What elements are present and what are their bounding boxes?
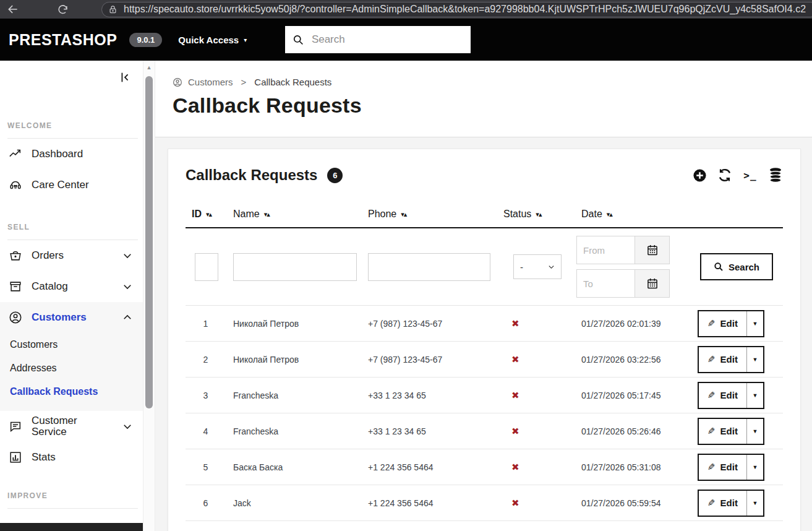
status-cross-icon: ✖ — [511, 354, 519, 365]
refresh-icon — [717, 168, 732, 183]
edit-label: Edit — [720, 498, 738, 508]
database-button[interactable] — [768, 168, 783, 183]
sort-carets-icon: ▾▴ — [536, 210, 541, 218]
table-filter-row: - — [186, 228, 783, 306]
browser-refresh-icon[interactable] — [56, 2, 69, 16]
edit-button[interactable]: ✎ Edit — [699, 383, 746, 408]
sidebar-item-catalog[interactable]: Catalog — [0, 271, 143, 302]
edit-button-group: ✎ Edit ▼ — [698, 418, 764, 445]
date-from-calendar-button[interactable] — [635, 236, 670, 264]
table-row: 3Francheska+33 1 23 34 65✖01/27/2026 05:… — [186, 378, 783, 413]
sidebar-item-dashboard[interactable]: Dashboard — [0, 139, 143, 170]
sort-carets-icon: ▾▴ — [401, 210, 406, 218]
customers-icon — [9, 311, 22, 324]
status-cross-icon: ✖ — [511, 390, 519, 400]
edit-button[interactable]: ✎ Edit — [699, 455, 746, 480]
column-label: Date — [581, 209, 602, 220]
prestashop-logo[interactable]: PRESTASHOP — [9, 31, 117, 49]
filter-date-from-input[interactable] — [576, 236, 635, 264]
column-header-date[interactable]: Date▾▴ — [574, 209, 690, 220]
sidebar-subitem-addresses[interactable]: Addresses — [0, 356, 143, 380]
sidebar-subitem-callback-requests[interactable]: Callback Requests — [0, 380, 143, 404]
panel-title: Callback Requests — [186, 166, 317, 184]
edit-button[interactable]: ✎ Edit — [699, 311, 746, 336]
pencil-icon: ✎ — [707, 462, 716, 473]
sidebar-subitem-customers[interactable]: Customers — [0, 333, 143, 356]
edit-label: Edit — [720, 426, 738, 436]
edit-button[interactable]: ✎ Edit — [699, 419, 746, 444]
column-header-status[interactable]: Status▾▴ — [495, 209, 574, 220]
pencil-icon: ✎ — [707, 354, 716, 365]
filter-date-to-input[interactable] — [576, 269, 635, 298]
edit-dropdown-toggle[interactable]: ▼ — [746, 455, 763, 480]
edit-label: Edit — [720, 354, 738, 365]
cell-id: 2 — [186, 355, 226, 365]
breadcrumb-current: Callback Requests — [254, 77, 331, 87]
cell-name: Francheska — [226, 426, 361, 436]
collapse-menu-icon — [118, 71, 132, 84]
sidebar-item-care-center[interactable]: Care Center — [0, 170, 143, 201]
filter-search-button[interactable]: Search — [700, 253, 773, 280]
edit-button-group: ✎ Edit ▼ — [698, 310, 764, 337]
edit-button[interactable]: ✎ Edit — [699, 491, 746, 516]
edit-dropdown-toggle[interactable]: ▼ — [746, 311, 763, 336]
terminal-button[interactable]: >_ — [743, 168, 758, 183]
scrollbar-up-arrow-icon[interactable]: ▲ — [143, 61, 155, 71]
filter-id-input[interactable] — [195, 253, 218, 281]
header-search-box[interactable] — [285, 26, 471, 53]
column-header-id[interactable]: ID▾▴ — [186, 209, 226, 220]
cell-actions: ✎ Edit ▼ — [690, 454, 780, 481]
filter-phone-input[interactable] — [368, 253, 490, 281]
quick-access-menu[interactable]: Quick Access ▾ — [178, 35, 247, 45]
sidebar-item-customers[interactable]: Customers — [0, 302, 143, 333]
cell-id: 1 — [186, 319, 226, 329]
caret-down-icon: ▼ — [752, 464, 758, 470]
sidebar-scrollbar[interactable]: ▲ — [143, 61, 155, 531]
filter-status-select[interactable]: - — [513, 254, 562, 279]
edit-button-group: ✎ Edit ▼ — [698, 454, 764, 481]
cell-id: 6 — [186, 498, 226, 508]
customers-icon — [173, 77, 182, 87]
sidebar-item-label: Catalog — [32, 281, 113, 292]
pencil-icon: ✎ — [707, 318, 716, 329]
edit-label: Edit — [720, 318, 738, 329]
browser-back-icon[interactable] — [6, 2, 20, 16]
database-icon — [768, 167, 783, 183]
column-label: Name — [233, 209, 260, 220]
column-header-name[interactable]: Name▾▴ — [226, 209, 361, 220]
column-header-phone[interactable]: Phone▾▴ — [361, 209, 495, 220]
date-to-calendar-button[interactable] — [635, 269, 670, 298]
panel-header: Callback Requests 6 >_ — [186, 149, 783, 184]
sidebar-collapse-button[interactable] — [0, 61, 143, 85]
cell-date: 01/27/2026 05:31:08 — [574, 462, 690, 472]
breadcrumb-parent[interactable]: Customers — [188, 77, 233, 87]
sidebar-item-orders[interactable]: Orders — [0, 240, 143, 271]
cell-date: 01/27/2026 05:26:46 — [574, 426, 690, 436]
chevron-down-icon — [548, 264, 555, 270]
sidebar-item-customer-service[interactable]: Customer Service — [0, 411, 143, 442]
edit-dropdown-toggle[interactable]: ▼ — [746, 347, 763, 372]
scrollbar-thumb[interactable] — [145, 76, 153, 408]
edit-dropdown-toggle[interactable]: ▼ — [746, 419, 763, 444]
edit-button-group: ✎ Edit ▼ — [698, 382, 764, 409]
cell-phone: +1 224 356 5464 — [361, 498, 495, 508]
cell-name: Николай Петров — [226, 355, 361, 365]
cell-date: 01/27/2026 02:01:39 — [574, 319, 690, 329]
edit-dropdown-toggle[interactable]: ▼ — [746, 491, 763, 516]
content-header: Customers > Callback Requests Callback R… — [155, 61, 812, 137]
edit-dropdown-toggle[interactable]: ▼ — [746, 383, 763, 408]
cell-actions: ✎ Edit ▼ — [690, 346, 780, 373]
filter-name-input[interactable] — [233, 253, 357, 281]
browser-bar: https://specauto.store/uvrrkkic5yow50j8/… — [0, 0, 812, 19]
caret-down-icon: ▼ — [752, 428, 758, 434]
cell-actions: ✎ Edit ▼ — [690, 382, 780, 409]
orders-icon — [9, 249, 22, 262]
add-circle-button[interactable] — [692, 168, 707, 183]
browser-address-bar[interactable]: https://specauto.store/uvrrkkic5yow50j8/… — [101, 2, 812, 17]
sidebar-item-stats[interactable]: Stats — [0, 442, 143, 473]
calendar-icon — [646, 277, 659, 290]
header-search-input[interactable] — [312, 33, 463, 46]
refresh-button[interactable] — [717, 168, 732, 183]
column-label: Phone — [368, 209, 396, 220]
edit-button[interactable]: ✎ Edit — [699, 347, 746, 372]
